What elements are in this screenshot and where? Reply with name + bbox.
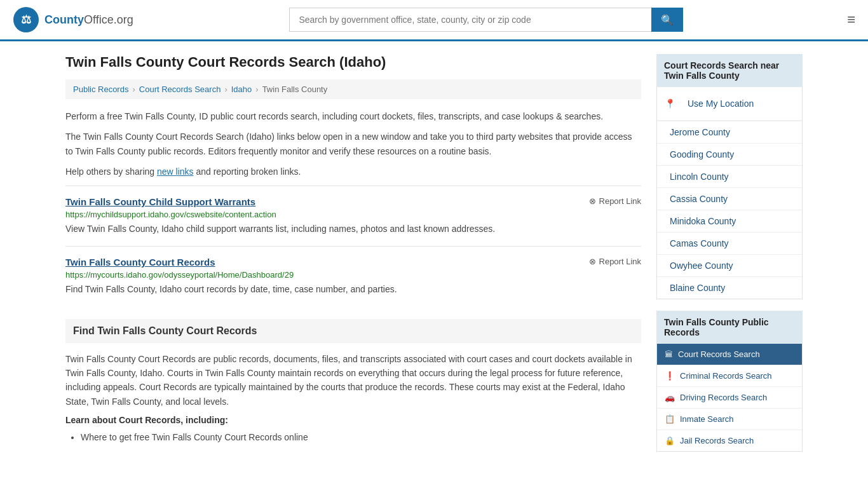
bullet-list: Where to get free Twin Falls County Cour… <box>65 430 641 445</box>
sidebar-county-link-blaine[interactable]: Blaine County <box>657 277 802 299</box>
record-url-court-records: https://mycourts.idaho.gov/odysseyportal… <box>65 270 641 280</box>
new-links-link[interactable]: new links <box>157 166 194 177</box>
breadcrumb-twin-falls: Twin Falls County <box>262 85 328 94</box>
sidebar-records-item-driving: 🚗 Driving Records Search <box>657 387 802 409</box>
breadcrumb-court-records-search[interactable]: Court Records Search <box>139 85 221 94</box>
sidebar-county-item: Blaine County <box>657 277 802 299</box>
search-bar-area: 🔍 <box>289 8 683 32</box>
sidebar-county-item: Minidoka County <box>657 210 802 233</box>
sidebar-county-link-owyhee[interactable]: Owyhee County <box>657 255 802 276</box>
sidebar-records-link-court[interactable]: 🏛 Court Records Search <box>657 344 802 365</box>
intro-paragraph-3: Help others by sharing new links and rep… <box>65 165 641 179</box>
driving-records-icon: 🚗 <box>665 393 675 402</box>
logo-area: ⚖ CountyOffice.org <box>13 6 133 33</box>
sidebar-county-item: Lincoln County <box>657 166 802 188</box>
sidebar-county-link-cassia[interactable]: Cassia County <box>657 188 802 210</box>
sidebar-records-link-jail[interactable]: 🔒 Jail Records Search <box>657 430 802 451</box>
record-item: Twin Falls County Child Support Warrants… <box>65 186 641 246</box>
sidebar-county-item: Gooding County <box>657 144 802 166</box>
report-link-court-records[interactable]: ⊗ Report Link <box>589 257 641 266</box>
use-my-location-link[interactable]: Use My Location <box>680 93 761 114</box>
sidebar-records-link-criminal[interactable]: ❗ Criminal Records Search <box>657 365 802 386</box>
use-my-location-item: 📍 Use My Location <box>657 87 802 121</box>
menu-icon[interactable]: ≡ <box>847 11 855 28</box>
sidebar-public-records-title: Twin Falls County Public Records <box>656 311 803 344</box>
location-pin-icon: 📍 <box>665 98 675 109</box>
header: ⚖ CountyOffice.org 🔍 ≡ <box>0 0 868 41</box>
sidebar-records-list: 🏛 Court Records Search ❗ Criminal Record… <box>656 344 803 452</box>
record-item: Twin Falls County Court Records ⊗ Report… <box>65 246 641 306</box>
search-button[interactable]: 🔍 <box>651 8 683 32</box>
court-records-icon: 🏛 <box>665 349 673 359</box>
logo-icon: ⚖ <box>13 6 39 33</box>
list-item: Where to get free Twin Falls County Cour… <box>81 430 641 445</box>
main-content: Twin Falls County Court Records Search (… <box>65 54 641 452</box>
search-input[interactable] <box>289 8 651 32</box>
sidebar-records-item-inmate: 📋 Inmate Search <box>657 409 802 430</box>
sidebar-county-item: Camas County <box>657 233 802 255</box>
sidebar-county-link-minidoka[interactable]: Minidoka County <box>657 210 802 232</box>
sidebar-records-link-driving[interactable]: 🚗 Driving Records Search <box>657 387 802 408</box>
sidebar-county-item: Owyhee County <box>657 255 802 277</box>
sidebar-county-link-jerome[interactable]: Jerome County <box>657 121 802 143</box>
record-url-child-support: https://mychildsupport.idaho.gov/cswebsi… <box>65 210 641 219</box>
page-content: Twin Falls County Court Records Search (… <box>53 41 815 464</box>
sidebar-records-item-jail: 🔒 Jail Records Search <box>657 430 802 451</box>
sidebar-county-item: Cassia County <box>657 188 802 210</box>
breadcrumb: Public Records › Court Records Search › … <box>65 79 641 99</box>
sidebar-records-link-inmate[interactable]: 📋 Inmate Search <box>657 409 802 430</box>
sidebar-records-item-criminal: ❗ Criminal Records Search <box>657 365 802 387</box>
find-section-title: Find Twin Falls County Court Records <box>65 319 641 343</box>
sidebar-records-item-court: 🏛 Court Records Search <box>657 344 802 365</box>
sidebar: Court Records Search near Twin Falls Cou… <box>656 54 803 452</box>
criminal-records-icon: ❗ <box>665 371 675 381</box>
report-link-child-support[interactable]: ⊗ Report Link <box>589 196 641 206</box>
logo-text: CountyOffice.org <box>44 13 133 27</box>
sidebar-nearby-title: Court Records Search near Twin Falls Cou… <box>656 54 803 87</box>
record-desc-child-support: View Twin Falls County, Idaho child supp… <box>65 222 641 236</box>
intro-paragraph-2: The Twin Falls County Court Records Sear… <box>65 130 641 158</box>
sidebar-county-link-lincoln[interactable]: Lincoln County <box>657 166 802 187</box>
intro-paragraph-1: Perform a free Twin Falls County, ID pub… <box>65 109 641 123</box>
record-title-court-records[interactable]: Twin Falls County Court Records <box>65 257 215 268</box>
svg-text:⚖: ⚖ <box>21 13 31 26</box>
breadcrumb-public-records[interactable]: Public Records <box>73 85 128 94</box>
learn-about-title: Learn about Court Records, including: <box>65 415 641 425</box>
record-title-child-support[interactable]: Twin Falls County Child Support Warrants <box>65 196 255 207</box>
sidebar-nearby-list: 📍 Use My Location Jerome County Gooding … <box>656 87 803 299</box>
find-body-text: Twin Falls County Court Records are publ… <box>65 352 641 409</box>
inmate-search-icon: 📋 <box>665 414 675 424</box>
sidebar-county-link-camas[interactable]: Camas County <box>657 233 802 254</box>
sidebar-county-item: Jerome County <box>657 121 802 144</box>
sidebar-county-link-gooding[interactable]: Gooding County <box>657 144 802 165</box>
jail-records-icon: 🔒 <box>665 436 675 445</box>
breadcrumb-idaho[interactable]: Idaho <box>231 85 252 94</box>
page-title: Twin Falls County Court Records Search (… <box>65 54 641 71</box>
record-items-list: Twin Falls County Child Support Warrants… <box>65 186 641 306</box>
record-desc-court-records: Find Twin Falls County, Idaho court reco… <box>65 283 641 296</box>
